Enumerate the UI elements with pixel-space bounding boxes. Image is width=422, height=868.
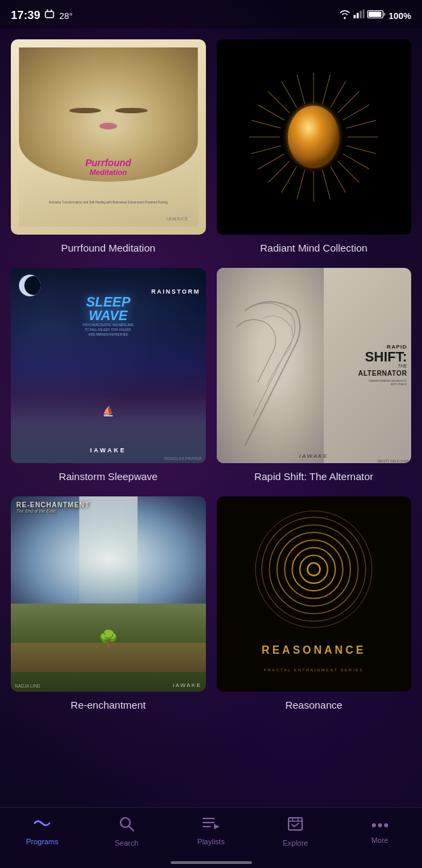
svg-point-36 <box>277 533 350 606</box>
svg-line-22 <box>268 161 290 182</box>
svg-point-39 <box>255 511 372 628</box>
albums-grid: Purrfound Meditation Activates Transform… <box>11 39 411 711</box>
svg-line-29 <box>282 81 297 107</box>
battery-percent: 100% <box>389 11 411 21</box>
reasonance-circles-svg <box>231 506 396 633</box>
item-label-rapid: Rapid Shift: The Alternator <box>254 470 373 484</box>
svg-line-10 <box>338 92 360 113</box>
album-cover-reasonance[interactable]: REASONANCE FRACTAL ENTRAINMENT SERIES <box>217 496 412 692</box>
svg-rect-0 <box>45 12 54 18</box>
svg-line-15 <box>343 154 370 170</box>
radiant-rays-svg <box>246 69 381 205</box>
album-cover-rapid[interactable]: RAPID SHIFT: THE ALTERNATOR TRANSFORMING… <box>217 268 412 463</box>
nav-label-playlists: Playlists <box>197 837 224 846</box>
svg-rect-4 <box>362 9 364 18</box>
svg-point-48 <box>378 823 382 827</box>
item-label-rainstorm: Rainstorm Sleepwave <box>59 470 158 484</box>
nav-item-more[interactable]: More <box>360 816 400 844</box>
svg-point-33 <box>300 555 328 583</box>
temperature: 28° <box>59 11 72 21</box>
status-time: 17:39 <box>11 9 40 22</box>
svg-point-34 <box>292 548 335 591</box>
album-cover-reenchant[interactable]: 🌳 RE-ENCHANTMENT The End of the Exile IA… <box>11 496 206 692</box>
wifi-icon <box>339 9 351 22</box>
svg-point-47 <box>372 823 376 827</box>
svg-line-11 <box>343 104 370 120</box>
home-indicator <box>171 861 252 864</box>
list-item[interactable]: RAPID SHIFT: THE ALTERNATOR TRANSFORMING… <box>217 268 412 483</box>
notification-icon <box>44 9 55 22</box>
list-item[interactable]: Radiant Mind Collection <box>217 39 412 254</box>
playlists-icon <box>202 816 219 835</box>
svg-line-18 <box>322 170 331 199</box>
list-item[interactable]: 🌳 RE-ENCHANTMENT The End of the Exile IA… <box>11 496 206 711</box>
svg-rect-3 <box>360 11 362 18</box>
svg-line-41 <box>129 827 133 831</box>
nav-label-search: Search <box>114 839 138 847</box>
album-cover-purrfound[interactable]: Purrfound Meditation Activates Transform… <box>11 39 206 235</box>
svg-line-23 <box>258 154 284 170</box>
nav-item-playlists[interactable]: Playlists <box>190 816 231 846</box>
brain-lines-svg <box>217 268 324 463</box>
list-item[interactable]: RAINSTORM SLEEP WAVE PSYCHOACOUSTIC SOUN… <box>11 268 206 483</box>
nav-item-programs[interactable]: Programs <box>22 816 62 846</box>
svg-line-8 <box>322 75 331 104</box>
svg-line-28 <box>268 92 290 113</box>
nav-label-programs: Programs <box>26 837 58 846</box>
svg-line-17 <box>331 166 346 193</box>
svg-line-21 <box>282 166 297 193</box>
explore-icon <box>287 816 303 836</box>
nav-item-explore[interactable]: Explore <box>275 816 316 847</box>
bottom-navigation: Programs Search Playlists <box>0 807 422 868</box>
svg-line-27 <box>258 104 284 120</box>
programs-icon <box>33 816 51 835</box>
svg-line-16 <box>338 161 360 182</box>
item-label-reasonance: Reasonance <box>285 698 342 712</box>
nav-item-search[interactable]: Search <box>106 816 147 847</box>
battery-icon <box>367 9 386 22</box>
main-content: Purrfound Meditation Activates Transform… <box>0 28 422 779</box>
search-icon <box>119 816 135 836</box>
svg-point-31 <box>288 106 339 168</box>
svg-line-9 <box>331 81 346 107</box>
list-item[interactable]: REASONANCE FRACTAL ENTRAINMENT SERIES Re… <box>217 496 412 711</box>
svg-rect-2 <box>356 13 358 18</box>
nav-label-explore: Explore <box>282 839 308 847</box>
svg-point-49 <box>384 823 388 827</box>
svg-point-32 <box>308 563 320 576</box>
album-cover-rainstorm[interactable]: RAINSTORM SLEEP WAVE PSYCHOACOUSTIC SOUN… <box>11 268 206 463</box>
svg-rect-1 <box>354 15 356 18</box>
status-bar: 17:39 28° <box>0 0 422 28</box>
svg-rect-46 <box>289 818 302 830</box>
svg-rect-6 <box>368 12 381 17</box>
svg-line-14 <box>347 146 376 154</box>
svg-line-20 <box>297 170 305 199</box>
album-cover-radiant[interactable] <box>217 39 412 235</box>
more-icon <box>371 816 389 833</box>
item-label-radiant: Radiant Mind Collection <box>260 241 367 255</box>
svg-point-35 <box>284 540 343 599</box>
signal-icon <box>354 9 364 22</box>
item-label-purrfound: Purrfound Meditation <box>61 241 155 255</box>
svg-line-26 <box>251 120 280 128</box>
svg-point-37 <box>270 525 358 614</box>
svg-line-24 <box>251 146 280 154</box>
svg-line-12 <box>347 120 376 128</box>
list-item[interactable]: Purrfound Meditation Activates Transform… <box>11 39 206 254</box>
svg-line-30 <box>297 75 305 104</box>
nav-label-more: More <box>371 836 388 844</box>
item-label-reenchant: Re-enchantment <box>70 698 146 712</box>
svg-marker-45 <box>214 824 219 829</box>
